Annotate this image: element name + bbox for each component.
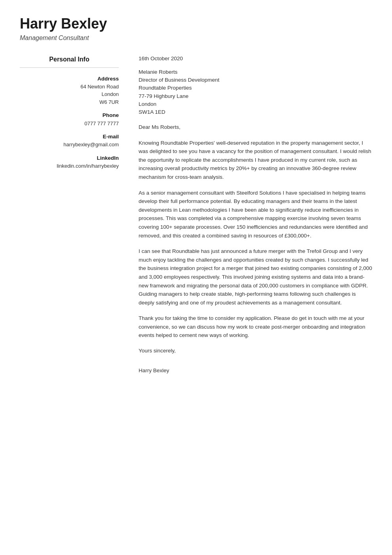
recipient-address1: 77-79 Highbury Lane — [139, 92, 372, 100]
address-line1: 64 Newton Road — [20, 83, 119, 91]
email-label: E-mail — [20, 133, 119, 141]
recipient-company: Roundtable Properties — [139, 84, 372, 92]
letter-body: 16th October 2020 Melanie Roberts Direct… — [131, 55, 372, 375]
address-line3: W6 7UR — [20, 98, 119, 106]
candidate-title: Management Consultant — [20, 33, 372, 43]
letter-date: 16th October 2020 — [139, 55, 372, 63]
recipient-address2: London — [139, 100, 372, 108]
phone-label: Phone — [20, 111, 119, 119]
recipient-name: Melanie Roberts — [139, 68, 372, 76]
salutation: Dear Ms Roberts, — [139, 123, 372, 131]
recipient-block: Melanie Roberts Director of Business Dev… — [139, 68, 372, 117]
paragraph-1: Knowing Roundtable Properties' well-dese… — [139, 139, 372, 182]
linkedin-value: linkedin.com/in/harrybexley — [20, 162, 119, 170]
phone-block: Phone 0777 777 7777 — [20, 111, 119, 127]
phone-value: 0777 777 7777 — [20, 120, 119, 128]
address-line2: London — [20, 90, 119, 98]
sidebar: Personal Info Address 64 Newton Road Lon… — [20, 55, 131, 375]
paragraph-2: As a senior management consultant with S… — [139, 189, 372, 240]
paragraph-3: I can see that Roundtable has just annou… — [139, 247, 372, 307]
address-label: Address — [20, 75, 119, 83]
paragraph-4: Thank you for taking the time to conside… — [139, 314, 372, 340]
linkedin-block: LinkedIn linkedin.com/in/harrybexley — [20, 154, 119, 170]
signature: Harry Bexley — [139, 367, 372, 375]
sidebar-divider — [20, 67, 119, 68]
address-block: Address 64 Newton Road London W6 7UR — [20, 75, 119, 106]
personal-info-heading: Personal Info — [20, 55, 119, 64]
page: Harry Bexley Management Consultant Perso… — [0, 0, 392, 399]
linkedin-label: LinkedIn — [20, 154, 119, 162]
recipient-address3: SW1A 1ED — [139, 108, 372, 116]
email-value: harrybexley@gmail.com — [20, 141, 119, 149]
candidate-name: Harry Bexley — [20, 16, 372, 32]
header: Harry Bexley Management Consultant — [20, 16, 372, 43]
recipient-title: Director of Business Development — [139, 76, 372, 84]
closing: Yours sincerely, — [139, 347, 372, 355]
email-block: E-mail harrybexley@gmail.com — [20, 133, 119, 149]
main-content: Personal Info Address 64 Newton Road Lon… — [20, 55, 372, 375]
